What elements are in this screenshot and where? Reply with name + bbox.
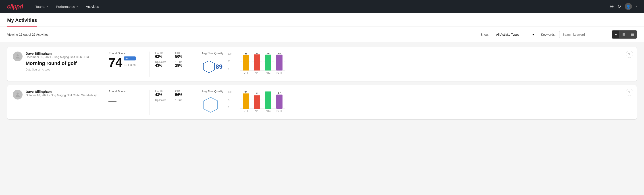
filter-bar: Viewing 12 out of 29 Activities Show: Al… bbox=[0, 27, 644, 42]
viewing-text: Viewing 12 out of 29 Activities bbox=[7, 33, 48, 36]
activity-dropdown-chevron-icon: ▾ bbox=[532, 33, 534, 36]
svg-text:87: 87 bbox=[278, 91, 280, 94]
data-source: Data Source: Arccos bbox=[26, 68, 89, 71]
avg-shot-quality-hex: 89 bbox=[202, 57, 223, 77]
stat-value: 62% bbox=[155, 55, 171, 59]
svg-point-0 bbox=[16, 54, 18, 56]
stat-item: FW Hit 62% bbox=[155, 52, 171, 59]
stat-label: 1 Putt bbox=[175, 60, 191, 64]
add-icon[interactable]: ⊕ bbox=[610, 4, 614, 9]
stat-label: Up/Down bbox=[155, 60, 171, 64]
svg-text:94: 94 bbox=[244, 91, 247, 93]
page-title: My Activities bbox=[7, 18, 37, 26]
stat-value: 50% bbox=[175, 55, 191, 59]
stat-item: GIR 50% bbox=[175, 52, 191, 59]
list-compact-icon: ≡ bbox=[615, 32, 617, 36]
svg-text:OTT: OTT bbox=[244, 110, 248, 112]
nav-activities[interactable]: Activities bbox=[82, 3, 103, 10]
player-avatar bbox=[13, 90, 22, 100]
keywords-label: Keywords: bbox=[541, 33, 556, 36]
svg-text:ARG: ARG bbox=[266, 72, 271, 74]
view-toggle: ≡ ⊞ ☰ bbox=[612, 30, 637, 38]
stat-label: GIR bbox=[175, 90, 191, 93]
search-input[interactable] bbox=[559, 31, 608, 38]
stat-value: 43% bbox=[155, 93, 171, 97]
svg-rect-11 bbox=[265, 54, 271, 70]
edit-icon: ✎ bbox=[628, 90, 631, 94]
stat-value: 56% bbox=[175, 93, 191, 97]
shot-quality-chart: 100 50 0 94 OTT 82 APP 106 ARG 87 bbox=[228, 91, 285, 114]
stat-label: FW Hit bbox=[155, 52, 171, 55]
stat-item: 1 Putt 28% bbox=[175, 60, 191, 68]
card-left: Dave Billingham October 16, 2021 - Gog M… bbox=[13, 90, 98, 100]
svg-rect-22 bbox=[243, 93, 249, 108]
score-number: 74 bbox=[108, 56, 122, 69]
round-score-section: Round Score — bbox=[108, 90, 144, 105]
card-left: Dave Billingham December 05, 2021 - Gog … bbox=[13, 52, 98, 71]
svg-text:89: 89 bbox=[278, 53, 280, 54]
svg-rect-8 bbox=[254, 54, 260, 70]
round-score-label: Round Score bbox=[108, 90, 144, 93]
svg-text:PUTT: PUTT bbox=[276, 72, 282, 74]
svg-point-17 bbox=[16, 92, 18, 94]
round-score-label: Round Score bbox=[108, 52, 144, 55]
svg-text:APP: APP bbox=[255, 110, 259, 112]
svg-text:APP: APP bbox=[255, 72, 259, 74]
list-detail-view-button[interactable]: ☰ bbox=[628, 30, 637, 38]
svg-rect-5 bbox=[243, 55, 249, 70]
activity-date-venue: October 16, 2021 - Gog Magog Golf Club -… bbox=[26, 94, 96, 97]
activities-list: Dave Billingham December 05, 2021 - Gog … bbox=[0, 42, 644, 124]
overall-quality-score: 89 bbox=[216, 63, 222, 70]
svg-text:ARG: ARG bbox=[266, 110, 271, 112]
stats-section: FW Hit 62% GIR 50% Up/Down 43% 1 Putt 28… bbox=[155, 52, 191, 68]
svg-text:PUTT: PUTT bbox=[276, 110, 282, 112]
activity-card: Dave Billingham October 16, 2021 - Gog M… bbox=[7, 85, 637, 120]
stat-value: 43% bbox=[155, 64, 171, 68]
list-detail-icon: ☰ bbox=[631, 32, 634, 36]
stat-item: Up/Down bbox=[155, 98, 171, 102]
stat-value: 28% bbox=[175, 64, 191, 68]
svg-marker-18 bbox=[204, 97, 218, 112]
quality-section: Avg Shot Quality 89 100 50 0 bbox=[202, 52, 631, 77]
logo[interactable]: clippd bbox=[7, 3, 23, 10]
nav-items: Teams ▾ Performance ▾ Activities bbox=[32, 3, 610, 10]
user-avatar[interactable]: 👤 bbox=[625, 3, 632, 10]
grid-icon: ⊞ bbox=[622, 32, 625, 36]
nav-teams[interactable]: Teams ▾ bbox=[32, 3, 52, 10]
user-menu-chevron-icon[interactable]: ▾ bbox=[636, 5, 637, 8]
refresh-icon[interactable]: ↻ bbox=[618, 4, 621, 9]
grid-view-button[interactable]: ⊞ bbox=[620, 30, 628, 38]
player-name: Dave Billingham bbox=[26, 90, 96, 94]
player-name: Dave Billingham bbox=[26, 52, 89, 55]
activity-type-dropdown[interactable]: All Activity Types ▾ bbox=[493, 31, 537, 38]
show-label: Show: bbox=[480, 33, 489, 36]
avg-shot-quality-hex: — bbox=[202, 95, 223, 115]
viewing-count: 12 bbox=[19, 33, 22, 36]
nav-right: ⊕ ↻ 👤 ▾ bbox=[610, 3, 637, 10]
round-score-section: Round Score 74 +4 18 Holes bbox=[108, 52, 144, 69]
activity-card: Dave Billingham December 05, 2021 - Gog … bbox=[7, 47, 637, 82]
list-compact-view-button[interactable]: ≡ bbox=[612, 30, 620, 38]
stat-item: 1 Putt bbox=[175, 98, 191, 102]
user-icon: 👤 bbox=[626, 4, 630, 9]
svg-text:82: 82 bbox=[256, 92, 258, 95]
svg-marker-1 bbox=[204, 61, 215, 73]
viewing-total: 29 bbox=[32, 33, 36, 36]
score-differential: +4 bbox=[124, 56, 136, 60]
svg-text:OTT: OTT bbox=[244, 72, 248, 74]
edit-button[interactable]: ✎ bbox=[626, 51, 633, 58]
svg-rect-25 bbox=[254, 95, 260, 109]
player-avatar bbox=[13, 52, 22, 61]
stat-item: Up/Down 43% bbox=[155, 60, 171, 68]
quality-label: Avg Shot Quality bbox=[202, 52, 223, 55]
quality-section: Avg Shot Quality — 100 50 0 bbox=[202, 90, 631, 115]
edit-button[interactable]: ✎ bbox=[626, 89, 633, 96]
shot-quality-chart: 100 50 0 85 OTT 90 APP 89 ARG 89 bbox=[228, 53, 285, 76]
nav-performance[interactable]: Performance ▾ bbox=[52, 3, 82, 10]
activity-title: Morning round of golf bbox=[26, 60, 89, 66]
svg-rect-31 bbox=[276, 94, 282, 108]
stat-label: FW Hit bbox=[155, 90, 171, 93]
svg-text:90: 90 bbox=[256, 53, 258, 54]
quality-label: Avg Shot Quality bbox=[202, 90, 223, 93]
stat-label: Up/Down bbox=[155, 98, 171, 102]
